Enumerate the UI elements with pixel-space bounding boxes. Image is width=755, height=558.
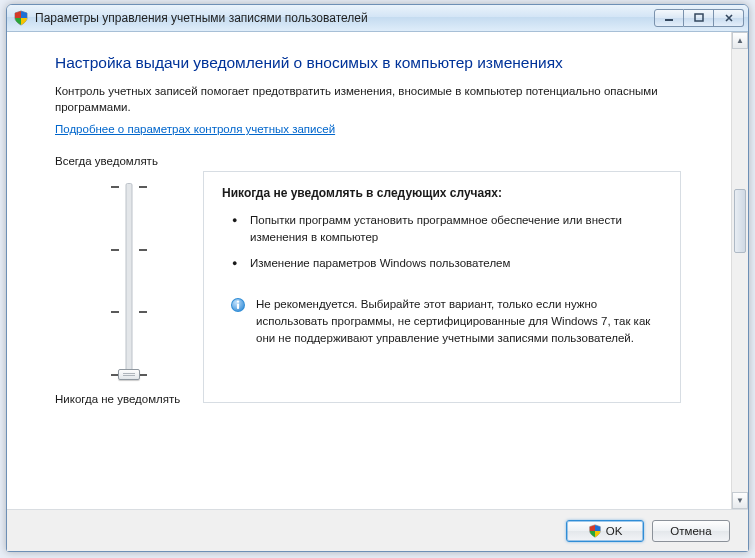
content-area: Настройка выдачи уведомлений о вносимых … [7,32,748,509]
panel-bullet: Изменение параметров Windows пользовател… [232,255,662,272]
content-inner: Настройка выдачи уведомлений о вносимых … [7,32,731,509]
slider-area: Всегда уведомлять Никогда не уведомлять [55,155,703,405]
warning-text: Не рекомендуется. Выбирайте этот вариант… [256,296,654,348]
scroll-up-button[interactable]: ▲ [732,32,748,49]
page-description: Контроль учетных записей помогает предот… [55,84,703,115]
svg-rect-1 [695,14,703,21]
panel-title: Никогда не уведомлять в следующих случая… [222,186,662,200]
panel-bullet: Попытки программ установить программное … [232,212,662,247]
learn-more-link[interactable]: Подробнее о параметрах контроля учетных … [55,123,335,135]
slider-tick [109,186,149,188]
slider-tick [109,249,149,251]
ok-button-label: OK [606,525,623,537]
slider-track-wrap [55,173,203,385]
uac-slider[interactable] [109,179,149,383]
ok-button[interactable]: OK [566,520,644,542]
setting-description-box: Никогда не уведомлять в следующих случая… [203,171,681,403]
svg-rect-0 [665,19,673,21]
info-panel: Никогда не уведомлять в следующих случая… [203,171,681,405]
slider-label-always: Всегда уведомлять [55,155,203,167]
dialog-footer: OK Отмена [7,509,748,551]
svg-point-4 [237,300,239,302]
window-title: Параметры управления учетными записями п… [35,11,654,25]
slider-thumb[interactable] [118,369,140,380]
cancel-button-label: Отмена [670,525,711,537]
slider-tick [109,311,149,313]
scroll-track[interactable] [732,49,748,492]
svg-rect-5 [237,303,239,309]
scroll-down-button[interactable]: ▼ [732,492,748,509]
page-heading: Настройка выдачи уведомлений о вносимых … [55,54,703,72]
uac-shield-icon [13,10,29,26]
scroll-thumb[interactable] [734,189,746,253]
slider-column: Всегда уведомлять Никогда не уведомлять [55,155,203,405]
info-icon [230,297,246,313]
window-controls [654,9,744,27]
titlebar[interactable]: Параметры управления учетными записями п… [7,5,748,32]
close-button[interactable] [714,9,744,27]
cancel-button[interactable]: Отмена [652,520,730,542]
panel-bullet-list: Попытки программ установить программное … [222,212,662,272]
minimize-button[interactable] [654,9,684,27]
warning-row: Не рекомендуется. Выбирайте этот вариант… [222,296,662,348]
vertical-scrollbar[interactable]: ▲ ▼ [731,32,748,509]
uac-settings-window: Параметры управления учетными записями п… [6,4,749,552]
maximize-button[interactable] [684,9,714,27]
uac-shield-icon [588,524,602,538]
slider-label-never: Никогда не уведомлять [55,393,203,405]
